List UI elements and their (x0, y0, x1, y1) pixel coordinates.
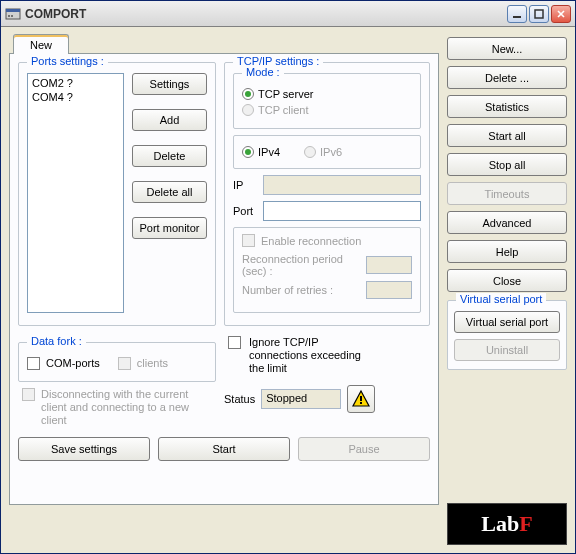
pause-button: Pause (298, 437, 430, 461)
port-monitor-button[interactable]: Port monitor (132, 217, 207, 239)
period-label: Reconnection period (sec) : (242, 253, 360, 277)
start-all-button[interactable]: Start all (447, 124, 567, 147)
reconnection-period-row: Reconnection period (sec) : (242, 253, 412, 277)
ip-row: IP (233, 175, 421, 195)
close-app-button[interactable]: Close (447, 269, 567, 292)
virtual-serial-port-group: Virtual serial port Virtual serial port … (447, 300, 567, 370)
retries-label: Number of retries : (242, 284, 360, 296)
advanced-button[interactable]: Advanced (447, 211, 567, 234)
period-input (366, 256, 412, 274)
ip-input (263, 175, 421, 195)
radio-tcp-client[interactable]: TCP client (242, 104, 412, 116)
status-label: Status (224, 393, 255, 405)
radio-ipv6: IPv6 (304, 146, 342, 158)
maximize-button[interactable] (529, 5, 549, 23)
top-row: Ports settings : COM2 ? COM4 ? Settings … (18, 62, 430, 326)
checkbox-icon (27, 357, 40, 370)
disconnect-note-row: Disconnecting with the current client an… (18, 386, 216, 427)
checkbox-icon (242, 234, 255, 247)
right-column: New... Delete ... Statistics Start all S… (447, 33, 567, 545)
radio-label: TCP server (258, 88, 313, 100)
tab-page: Ports settings : COM2 ? COM4 ? Settings … (9, 53, 439, 505)
port-input[interactable] (263, 201, 421, 221)
svg-rect-10 (360, 402, 362, 404)
enable-reconnection-checkbox: Enable reconnection (242, 234, 412, 247)
retries-input (366, 281, 412, 299)
new-button[interactable]: New... (447, 37, 567, 60)
tcpip-settings-group: TCP/IP settings : Mode : TCP server TCP … (224, 62, 430, 326)
window-title: COMPORT (25, 7, 507, 21)
timeouts-button: Timeouts (447, 182, 567, 205)
radio-icon (242, 104, 254, 116)
ignore-row[interactable]: Ignore TCP/IP connections exceeding the … (224, 334, 430, 375)
ports-legend: Ports settings : (27, 55, 108, 67)
minimize-button[interactable] (507, 5, 527, 23)
bottom-row: Save settings Start Pause (18, 437, 430, 461)
svg-point-2 (8, 15, 10, 17)
radio-label: IPv4 (258, 146, 280, 158)
left-column: New Ports settings : COM2 ? COM4 ? Se (9, 33, 439, 545)
checkbox-label: Enable reconnection (261, 235, 361, 247)
delete-config-button[interactable]: Delete ... (447, 66, 567, 89)
start-button[interactable]: Start (158, 437, 290, 461)
tab-new[interactable]: New (13, 34, 69, 54)
radio-icon (242, 88, 254, 100)
virtual-serial-port-button[interactable]: Virtual serial port (454, 311, 560, 333)
ports-settings-group: Ports settings : COM2 ? COM4 ? Settings … (18, 62, 216, 326)
comports-checkbox[interactable]: COM-ports (27, 357, 100, 370)
client-area: New Ports settings : COM2 ? COM4 ? Se (1, 27, 575, 553)
datafork-legend: Data fork : (27, 335, 86, 347)
status-value: Stopped (261, 389, 341, 409)
checkbox-label: clients (137, 357, 168, 369)
uninstall-button: Uninstall (454, 339, 560, 361)
ignore-label: Ignore TCP/IP connections exceeding the … (249, 336, 369, 375)
titlebar: COMPORT (1, 1, 575, 27)
status-row: Status Stopped (224, 385, 430, 413)
ipversion-group: IPv4 IPv6 (233, 135, 421, 169)
close-button[interactable] (551, 5, 571, 23)
logo: LabF (447, 503, 567, 545)
main-window: COMPORT New Ports settings : C (0, 0, 576, 554)
delete-all-button[interactable]: Delete all (132, 181, 207, 203)
radio-tcp-server[interactable]: TCP server (242, 88, 412, 100)
delete-button[interactable]: Delete (132, 145, 207, 167)
mid-right: Ignore TCP/IP connections exceeding the … (224, 334, 430, 427)
tab-strip: New (9, 33, 439, 53)
statistics-button[interactable]: Statistics (447, 95, 567, 118)
svg-rect-9 (360, 396, 362, 401)
radio-label: IPv6 (320, 146, 342, 158)
datafork-group: Data fork : COM-ports clients (18, 342, 216, 382)
disconnect-note: Disconnecting with the current client an… (41, 388, 216, 427)
checkbox-icon (22, 388, 35, 401)
warning-icon[interactable] (347, 385, 375, 413)
checkbox-icon (228, 336, 241, 349)
retries-row: Number of retries : (242, 281, 412, 299)
reconnection-group: Enable reconnection Reconnection period … (233, 227, 421, 313)
svg-rect-4 (513, 16, 521, 18)
logo-text: Lab (481, 511, 519, 537)
radio-ipv4[interactable]: IPv4 (242, 146, 280, 158)
port-label: Port (233, 205, 257, 217)
vsp-legend: Virtual serial port (456, 293, 546, 305)
logo-accent: F (519, 511, 532, 537)
save-settings-button[interactable]: Save settings (18, 437, 150, 461)
checkbox-icon (118, 357, 131, 370)
list-item[interactable]: COM4 ? (32, 90, 119, 104)
ip-label: IP (233, 179, 257, 191)
mid-row: Data fork : COM-ports clients (18, 334, 430, 427)
svg-point-3 (11, 15, 13, 17)
help-button[interactable]: Help (447, 240, 567, 263)
window-buttons (507, 5, 571, 23)
tab-area: New Ports settings : COM2 ? COM4 ? Se (9, 33, 439, 545)
checkbox-label: COM-ports (46, 357, 100, 369)
radio-icon (242, 146, 254, 158)
port-buttons: Settings Add Delete Delete all Port moni… (132, 73, 207, 317)
port-row: Port (233, 201, 421, 221)
radio-label: TCP client (258, 104, 309, 116)
port-list[interactable]: COM2 ? COM4 ? (27, 73, 124, 313)
add-button[interactable]: Add (132, 109, 207, 131)
radio-icon (304, 146, 316, 158)
list-item[interactable]: COM2 ? (32, 76, 119, 90)
stop-all-button[interactable]: Stop all (447, 153, 567, 176)
settings-button[interactable]: Settings (132, 73, 207, 95)
